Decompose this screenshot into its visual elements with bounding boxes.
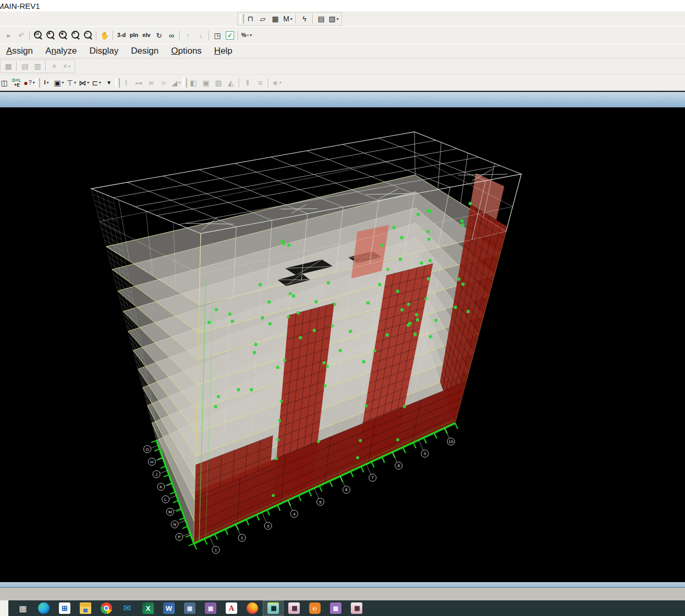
toolbar-top-row: ⊓ ▱ ▦ M ϟ: [0, 11, 685, 26]
taskbar-app-chrome[interactable]: [96, 600, 117, 616]
menu-options[interactable]: Options: [165, 44, 208, 58]
svg-text:3: 3: [267, 524, 270, 528]
rotate-view-icon[interactable]: ↻: [153, 30, 165, 41]
delete-icon: ×: [48, 60, 60, 72]
auto-mesh-icon: ▣: [200, 77, 212, 89]
sep: [15, 60, 19, 72]
viewport-bottom-edge: [0, 582, 685, 588]
taskbar-app-etabs-e[interactable]: ℮: [304, 600, 325, 616]
move-down-story-icon: ↓: [194, 30, 207, 41]
sep: [111, 30, 115, 41]
sep: [28, 30, 32, 41]
point-query-icon[interactable]: ● ?: [23, 77, 35, 89]
view-elevation-icon[interactable]: elv: [140, 30, 153, 41]
menu-analyze[interactable]: Analyze: [39, 44, 83, 58]
slab-section-icon[interactable]: ⋈: [78, 77, 90, 89]
wall-openings-icon[interactable]: ▤: [315, 13, 327, 24]
svg-text:4: 4: [293, 512, 296, 516]
taskbar-app-safe-2[interactable]: ▮▮: [346, 600, 367, 616]
svg-text:J: J: [155, 472, 157, 477]
taskbar-app-word[interactable]: W: [158, 600, 179, 616]
spandrel-label-icon: ≡: [254, 77, 266, 89]
sep: [236, 30, 240, 41]
menubar: AssignAnalyzeDisplayDesignOptionsHelp: [0, 44, 685, 58]
scale-options-icon[interactable]: % ▫: [240, 30, 253, 41]
view-plan-icon[interactable]: pln: [128, 30, 140, 41]
support-assign-icon[interactable]: ⊤: [65, 77, 78, 89]
view-3d-icon[interactable]: 3-d: [115, 30, 128, 41]
perspective-toggle-icon[interactable]: ∞: [165, 30, 178, 41]
menu-display[interactable]: Display: [83, 44, 125, 58]
load-combination-icon[interactable]: D+L +E: [10, 77, 23, 89]
zoom-full-icon[interactable]: ●: [44, 30, 57, 41]
taskbar-app-calculator[interactable]: ▦: [179, 600, 200, 616]
taskbar-app-etabs[interactable]: ▮▮: [263, 600, 284, 616]
grip: [239, 13, 244, 24]
app-icon: ▦: [17, 602, 29, 614]
taskbar-app-safe[interactable]: ▮▮: [284, 600, 304, 616]
app-icon: ⊞: [59, 602, 70, 614]
line-assign-icon: Ⅰ: [120, 77, 132, 89]
app-icon: X: [142, 602, 154, 614]
draw-grid-frame-icon[interactable]: ▦: [269, 13, 282, 24]
taskbar-app-excel[interactable]: X: [138, 600, 158, 616]
taskbar-app-firefox[interactable]: [242, 600, 263, 616]
svg-text:N: N: [173, 522, 176, 527]
taskbar-left-corner: [0, 600, 8, 616]
taskbar-app-mail[interactable]: ✉: [117, 600, 138, 616]
image-capture-icon[interactable]: ▧: [327, 13, 340, 24]
taskbar-app-purple-qr[interactable]: ▦: [325, 600, 346, 616]
toolbar-properties-row: ◫ D+L +E ● ? I ▣ ⊤: [0, 74, 685, 91]
taskbar-app-task-film[interactable]: ▦: [13, 600, 33, 616]
model-viewport[interactable]: 12345678910PNMLKJHG: [0, 107, 685, 582]
draw-portal-frame-icon[interactable]: ⊓: [244, 13, 256, 24]
clip-edge-icon[interactable]: ◫: [0, 77, 10, 89]
area-section-icon[interactable]: ▣: [53, 77, 65, 89]
menu-design[interactable]: Design: [125, 44, 165, 58]
draw-braced-frame-icon[interactable]: ▱: [256, 13, 269, 24]
building-3d-model[interactable]: 12345678910PNMLKJHG: [0, 107, 685, 582]
app-icon: ▮▮: [351, 602, 362, 614]
taskbar: ▦ ⊞: [0, 600, 685, 616]
similar-stories-icon: ▩: [2, 60, 15, 72]
object-visibility-check-icon[interactable]: ✓: [224, 30, 236, 41]
merge-area-icon: ◭: [225, 77, 237, 89]
svg-text:10: 10: [449, 439, 454, 444]
svg-text:5: 5: [319, 500, 322, 504]
draw-wall-stack-icon[interactable]: M: [282, 13, 294, 24]
taskbar-app-purple-grid[interactable]: ▦: [200, 600, 221, 616]
statusbar: [0, 588, 685, 600]
zoom-out-icon[interactable]: −: [82, 30, 94, 41]
etabs-window: MAIN-REV1 ⊓ ▱ ▦ M: [0, 0, 685, 616]
pier-label-icon: ‖: [241, 77, 254, 89]
frame-section-icon[interactable]: I: [40, 77, 53, 89]
window-title: MAIN-REV1: [0, 2, 40, 10]
taskbar-app-edge[interactable]: [33, 600, 54, 616]
wall-section-icon[interactable]: ⊏: [90, 77, 103, 89]
svg-text:7: 7: [371, 475, 374, 480]
sep: [207, 30, 211, 41]
pan-icon[interactable]: ✋: [99, 30, 111, 41]
app-icon: ▮▮: [267, 602, 279, 614]
zoom-in-icon[interactable]: +: [69, 30, 82, 41]
app-icon: ▦: [205, 602, 216, 614]
taskbar-app-autocad[interactable]: A: [221, 600, 242, 616]
delete-special-icon: ×: [60, 60, 73, 72]
menu-assign[interactable]: Assign: [0, 44, 39, 58]
taskbar-app-store[interactable]: ⊞: [54, 600, 75, 616]
zoom-previous-icon[interactable]: ◂: [57, 30, 69, 41]
display-options-icon: ∗: [271, 77, 283, 89]
shrink-objects-icon[interactable]: ◳: [211, 30, 224, 41]
viewport-top-edge: [0, 91, 685, 107]
taskbar-app-file-explorer[interactable]: [75, 600, 96, 616]
more-sections-icon[interactable]: ▾: [103, 77, 115, 89]
toolbar-edit-row: ▩ ▤ ▥ × ×: [0, 58, 685, 74]
section-cut-define-icon: ▥: [31, 60, 44, 72]
svg-text:6: 6: [345, 487, 348, 492]
zoom-window-icon[interactable]: ▭: [32, 30, 44, 41]
menu-help[interactable]: Help: [208, 44, 239, 58]
toolbar-frame-tools: ⊓ ▱ ▦ M ϟ: [237, 12, 342, 26]
run-analysis-icon[interactable]: ϟ: [298, 13, 311, 24]
svg-text:K: K: [160, 485, 163, 489]
svg-text:9: 9: [424, 451, 426, 456]
